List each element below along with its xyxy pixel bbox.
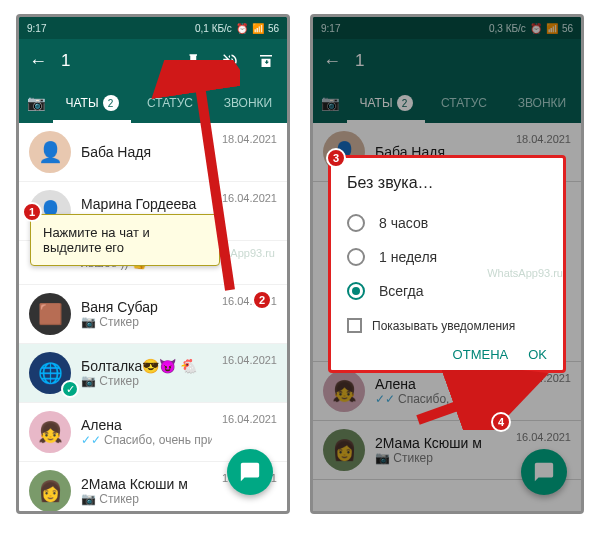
selected-check-icon: ✓ [61, 380, 79, 398]
alarm-icon: ⏰ [236, 23, 248, 34]
radio-always[interactable]: Всегда [347, 274, 547, 308]
step-badge-2: 2 [252, 290, 272, 310]
radio-icon [347, 214, 365, 232]
radio-icon-checked [347, 282, 365, 300]
statusbar: 9:17 0,1 КБ/с ⏰ 📶 56 [19, 17, 287, 39]
status-net: 0,1 КБ/с [195, 23, 232, 34]
avatar[interactable]: 👧 [29, 411, 71, 453]
chat-row-selected[interactable]: 🌐 ✓ Болталка😎😈 🐔📷 Стикер 16.04.2021 [19, 344, 287, 403]
phone-right: 9:17 0,3 КБ/с ⏰ 📶 56 ← 1 📷 ЧАТЫ2 СТАТУС … [310, 14, 584, 514]
modal-overlay[interactable]: Без звука… 8 часов 1 неделя Всегда Показ… [313, 17, 581, 511]
cancel-button[interactable]: ОТМЕНА [453, 347, 509, 362]
mute-dialog: Без звука… 8 часов 1 неделя Всегда Показ… [328, 155, 566, 373]
avatar[interactable]: 🟫 [29, 293, 71, 335]
chats-badge: 2 [103, 95, 119, 111]
step-badge-1: 1 [22, 202, 42, 222]
read-ticks-icon: ✓✓ [81, 433, 101, 447]
step-badge-4: 4 [491, 412, 511, 432]
signal-icon: 📶 [252, 23, 264, 34]
checkbox-icon [347, 318, 362, 333]
archive-icon[interactable] [255, 50, 277, 72]
arrow-to-ok [408, 370, 558, 430]
show-notifications-check[interactable]: Показывать уведомления [347, 308, 547, 339]
avatar[interactable]: 👩 [29, 470, 71, 511]
new-chat-fab[interactable] [227, 449, 273, 495]
avatar[interactable]: 👤 [29, 131, 71, 173]
radio-8hours[interactable]: 8 часов [347, 206, 547, 240]
dialog-title: Без звука… [347, 174, 547, 192]
battery-icon: 56 [268, 23, 279, 34]
radio-icon [347, 248, 365, 266]
ok-button[interactable]: OK [528, 347, 547, 362]
step-badge-3: 3 [326, 148, 346, 168]
camera-icon[interactable]: 📷 [19, 94, 53, 112]
radio-1week[interactable]: 1 неделя [347, 240, 547, 274]
back-icon[interactable]: ← [29, 51, 47, 72]
svg-line-0 [198, 72, 230, 290]
svg-line-1 [418, 380, 530, 420]
status-time: 9:17 [27, 23, 46, 34]
arrow-to-mute-icon [130, 60, 240, 300]
tab-chats[interactable]: ЧАТЫ 2 [53, 83, 131, 123]
